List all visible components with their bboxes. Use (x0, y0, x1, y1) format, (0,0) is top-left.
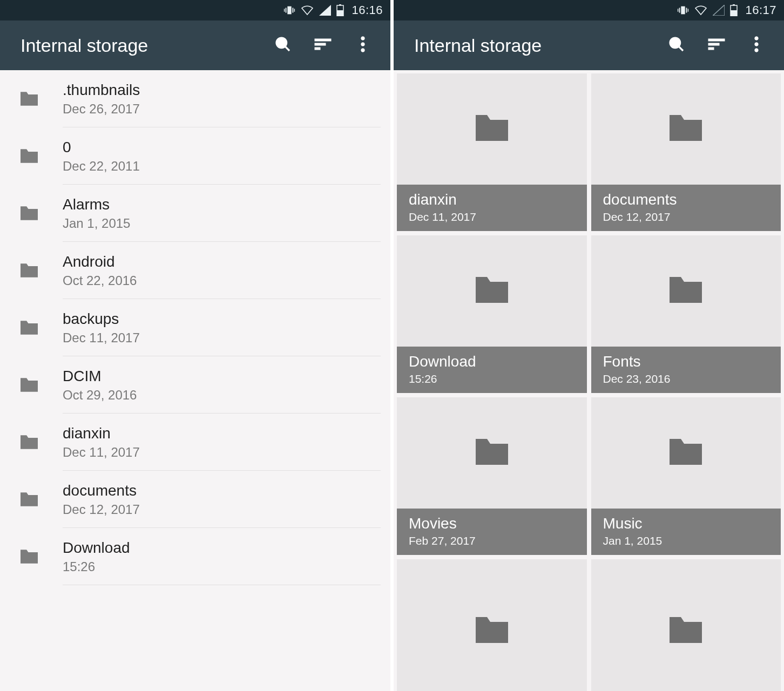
svg-rect-2 (284, 9, 285, 12)
folder-icon (13, 205, 45, 222)
sort-button[interactable] (699, 28, 734, 63)
list-item[interactable]: dianxinDec 11, 2017 (0, 414, 390, 471)
svg-rect-25 (708, 43, 719, 45)
sort-icon (314, 37, 332, 54)
search-icon (274, 36, 292, 55)
svg-point-22 (670, 38, 680, 48)
folder-icon (472, 112, 512, 146)
file-date: Dec 12, 2017 (63, 502, 381, 517)
svg-rect-17 (678, 9, 678, 12)
folder-icon (13, 376, 45, 394)
app-bar: Internal storage (394, 21, 784, 70)
file-date: Dec 23, 2016 (603, 372, 769, 385)
grid-item[interactable]: MoviesFeb 27, 2017 (397, 397, 587, 555)
svg-point-7 (276, 38, 287, 48)
list-item[interactable]: AlarmsJan 1, 2015 (0, 185, 390, 242)
list-item[interactable]: Download15:26 (0, 528, 390, 585)
signal-icon (713, 5, 725, 16)
file-date: Dec 11, 2017 (63, 445, 381, 460)
list-item[interactable]: 0Dec 22, 2011 (0, 127, 390, 185)
folder-icon (472, 274, 512, 308)
svg-point-14 (361, 49, 364, 52)
svg-rect-1 (293, 8, 294, 12)
list-item[interactable]: documentsDec 12, 2017 (0, 471, 390, 528)
status-bar: 16:16 (0, 0, 390, 21)
file-name: Movies (409, 515, 575, 532)
svg-point-12 (361, 37, 364, 40)
app-bar: Internal storage (0, 21, 390, 70)
file-date: 15:26 (409, 372, 575, 385)
grid-item[interactable]: Download15:26 (397, 235, 587, 393)
file-list: .thumbnailsDec 26, 2017 0Dec 22, 2011 Al… (0, 70, 390, 691)
folder-icon (666, 274, 706, 308)
grid-item[interactable]: FontsDec 23, 2016 (591, 235, 781, 393)
svg-rect-6 (337, 10, 343, 16)
svg-rect-21 (731, 10, 737, 16)
file-name: Music (603, 515, 769, 532)
svg-rect-3 (294, 9, 295, 12)
overflow-menu-button[interactable] (739, 28, 774, 63)
folder-icon (666, 436, 706, 470)
list-item[interactable]: .thumbnailsDec 26, 2017 (0, 70, 390, 127)
svg-rect-16 (686, 8, 687, 12)
file-name: backups (63, 309, 381, 328)
svg-line-23 (679, 46, 683, 51)
file-name: documents (63, 481, 381, 500)
file-name: Alarms (63, 195, 381, 214)
svg-rect-0 (286, 8, 287, 12)
list-item[interactable]: backupsDec 11, 2017 (0, 299, 390, 356)
file-name: dianxin (63, 424, 381, 443)
grid-item[interactable]: dianxinDec 11, 2017 (397, 73, 587, 231)
status-bar: 16:17 (394, 0, 784, 21)
file-name: Android (63, 252, 381, 271)
wifi-icon (694, 5, 707, 16)
file-name: Download (63, 538, 381, 557)
svg-rect-26 (708, 48, 714, 50)
file-name: dianxin (409, 191, 575, 208)
list-item[interactable]: DCIMOct 29, 2016 (0, 356, 390, 414)
file-name: 0 (63, 138, 381, 157)
folder-icon (13, 262, 45, 279)
battery-icon (730, 4, 738, 16)
page-title: Internal storage (21, 35, 261, 56)
svg-line-8 (285, 46, 289, 51)
signal-icon (319, 5, 331, 16)
search-button[interactable] (265, 28, 301, 63)
svg-rect-18 (688, 9, 688, 12)
grid-item[interactable] (591, 559, 781, 691)
file-date: Dec 22, 2011 (63, 159, 381, 174)
file-date: Dec 12, 2017 (603, 211, 769, 223)
file-date: Dec 11, 2017 (409, 211, 575, 223)
vibrate-icon (677, 4, 689, 16)
file-grid: dianxinDec 11, 2017 documentsDec 12, 201… (394, 70, 784, 691)
list-item[interactable]: AndroidOct 22, 2016 (0, 242, 390, 299)
file-name: Download (409, 353, 575, 370)
grid-item[interactable]: MusicJan 1, 2015 (591, 397, 781, 555)
more-vert-icon (361, 36, 365, 55)
overflow-menu-button[interactable] (345, 28, 381, 63)
status-clock: 16:16 (352, 3, 383, 17)
folder-icon (666, 112, 706, 146)
folder-icon (472, 436, 512, 470)
battery-icon (336, 4, 344, 16)
screen-list-view: 16:16 Internal storage (0, 0, 390, 691)
sort-button[interactable] (305, 28, 341, 63)
folder-icon (13, 491, 45, 508)
grid-item[interactable] (397, 559, 587, 691)
file-name: documents (603, 191, 769, 208)
file-date: Oct 22, 2016 (63, 273, 381, 288)
search-button[interactable] (659, 28, 694, 63)
svg-rect-11 (315, 48, 320, 50)
grid-item[interactable]: documentsDec 12, 2017 (591, 73, 781, 231)
file-date: 15:26 (63, 559, 381, 574)
svg-point-29 (755, 49, 758, 52)
sort-icon (707, 37, 726, 54)
svg-rect-15 (679, 8, 680, 12)
status-clock: 16:17 (745, 3, 776, 17)
svg-rect-9 (315, 39, 331, 41)
file-date: Dec 26, 2017 (63, 101, 381, 117)
file-date: Feb 27, 2017 (409, 534, 575, 547)
svg-rect-10 (315, 43, 326, 45)
file-name: .thumbnails (63, 80, 381, 99)
page-title: Internal storage (414, 35, 654, 56)
